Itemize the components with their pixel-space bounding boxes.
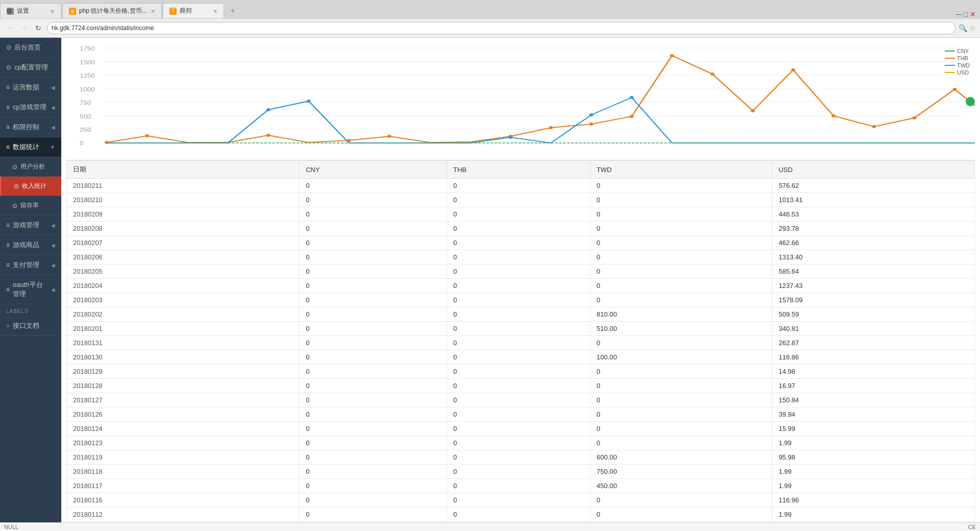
new-tab-button[interactable]: + [225, 3, 240, 18]
tab-settings[interactable]: ⚙ 设置 × [0, 3, 61, 18]
cell-usd: 95.98 [772, 450, 975, 465]
cp-games-arrow: ◀ [51, 105, 55, 110]
sidebar-item-cp-config[interactable]: ⊙ cp配置管理 [0, 58, 61, 78]
chart-container: 1750 1500 1250 1000 750 500 250 0 [66, 43, 975, 160]
tab-php[interactable]: φ php 统计每天价格,货币... × [62, 3, 162, 18]
sidebar-item-permissions[interactable]: ≡ 权限控制 ◀ [0, 117, 61, 137]
header-thb: THB [447, 161, 591, 179]
cell-twd: 0 [590, 493, 772, 508]
table-row: 20180117 0 0 450.00 1.99 [67, 479, 975, 493]
back-button[interactable]: ← [4, 22, 15, 34]
header-twd: TWD [590, 161, 772, 179]
cell-twd: 0 [590, 279, 772, 293]
app-container: ⊙ 后台首页 ⊙ cp配置管理 ≡ 运营数据 ◀ ≡ cp游戏管理 ◀ ≡ 权限… [0, 38, 980, 522]
minimize-button[interactable]: ─ [957, 10, 962, 18]
data-stats-icon: ≡ [6, 143, 10, 151]
cell-usd: 15.99 [772, 422, 975, 436]
sidebar-item-api-docs-label: 接口文档 [13, 321, 39, 330]
income-stats-icon: ⊙ [14, 183, 19, 190]
sidebar-item-income-stats[interactable]: ⊙ 收入统计 [0, 177, 61, 196]
sidebar-item-data-stats[interactable]: ≡ 数据统计 ▼ [0, 137, 61, 157]
sidebar-item-cp-games[interactable]: ≡ cp游戏管理 ◀ [0, 98, 61, 117]
cell-cny: 0 [300, 436, 447, 450]
svg-text:250: 250 [80, 127, 91, 133]
cell-thb: 0 [447, 307, 591, 322]
svg-point-32 [952, 88, 957, 91]
cell-date: 20180112 [67, 508, 300, 522]
legend-line-thb [945, 58, 955, 59]
tab-close-settings[interactable]: × [46, 7, 55, 15]
table-row: 20180127 0 0 0 150.84 [67, 393, 975, 407]
sidebar-item-api-docs[interactable]: ○ 接口文档 [0, 316, 61, 336]
tab-icon-php: φ [69, 8, 76, 15]
cell-date: 20180128 [67, 379, 300, 393]
tab-label-settings: 设置 [17, 7, 29, 15]
url-input[interactable] [47, 22, 955, 34]
cell-usd: 39.94 [772, 407, 975, 422]
reload-button[interactable]: ↻ [33, 22, 44, 34]
sidebar-item-retention[interactable]: ⊙ 留存率 [0, 196, 61, 215]
star-icon[interactable]: ☆ [969, 24, 976, 32]
cell-cny: 0 [300, 350, 447, 365]
cell-date: 20180207 [67, 236, 300, 250]
cell-twd: 0 [590, 336, 772, 350]
cell-usd: 1.99 [772, 508, 975, 522]
sidebar-item-game-mgmt-label: 游戏管理 [13, 221, 39, 230]
table-row: 20180210 0 0 0 1013.41 [67, 193, 975, 207]
cell-cny: 0 [300, 236, 447, 250]
cell-cny: 0 [300, 450, 447, 465]
tab-shunbang[interactable]: 7 舜邦 × [163, 3, 224, 18]
table-row: 20180131 0 0 0 262.87 [67, 336, 975, 350]
svg-point-22 [549, 126, 553, 129]
table-row: 20180119 0 0 600.00 95.98 [67, 450, 975, 465]
cell-usd: 1.99 [772, 479, 975, 493]
game-mgmt-icon: ≡ [6, 222, 10, 229]
table-row: 20180116 0 0 0 116.96 [67, 493, 975, 508]
maximize-button[interactable]: □ [964, 10, 968, 18]
sidebar-item-oauth-label: oauth平台管理 [13, 280, 48, 299]
permissions-arrow: ◀ [51, 125, 55, 130]
svg-text:750: 750 [80, 100, 91, 106]
cell-twd: 510.00 [590, 322, 772, 336]
cell-thb: 0 [447, 250, 591, 264]
cell-date: 20180127 [67, 393, 300, 407]
sidebar-item-payment-mgmt-label: 支付管理 [13, 260, 39, 270]
sidebar-item-operations[interactable]: ≡ 运营数据 ◀ [0, 78, 61, 98]
table-row: 20180201 0 0 510.00 340.81 [67, 322, 975, 336]
payment-mgmt-icon: ≡ [6, 261, 10, 269]
legend-label-usd: USD [957, 69, 969, 76]
svg-text:1750: 1750 [80, 46, 95, 52]
cell-usd: 462.66 [772, 236, 975, 250]
close-button[interactable]: ✕ [970, 10, 976, 18]
user-analysis-icon: ⊙ [12, 163, 17, 171]
sidebar-item-game-products[interactable]: ≡ 游戏商品 ◀ [0, 235, 61, 255]
sidebar-item-user-analysis[interactable]: ⊙ 用户分析 [0, 157, 61, 177]
sidebar-item-user-analysis-label: 用户分析 [20, 162, 45, 171]
sidebar-item-oauth[interactable]: ≡ oauth平台管理 ◀ [0, 275, 61, 304]
tab-close-php[interactable]: × [147, 7, 155, 15]
sidebar-item-game-mgmt[interactable]: ≡ 游戏管理 ◀ [0, 215, 61, 235]
cell-thb: 0 [447, 422, 591, 436]
sidebar-item-dashboard[interactable]: ⊙ 后台首页 [0, 38, 61, 58]
cell-date: 20180119 [67, 450, 300, 465]
cell-usd: 1313.40 [772, 250, 975, 264]
tab-close-shunbang[interactable]: × [209, 7, 217, 15]
cell-date: 20180209 [67, 207, 300, 222]
forward-button[interactable]: → [18, 22, 30, 34]
legend-line-usd [945, 72, 955, 73]
cell-usd: 150.84 [772, 393, 975, 407]
cell-twd: 0 [590, 236, 772, 250]
browser-chrome: ⚙ 设置 × φ php 统计每天价格,货币... × 7 舜邦 × + ─ □… [0, 0, 980, 38]
sidebar-item-data-stats-label: 数据统计 [13, 142, 39, 152]
table-row: 20180130 0 0 100.00 116.86 [67, 350, 975, 365]
legend-line-cny [945, 51, 955, 52]
table-row: 20180124 0 0 0 15.99 [67, 422, 975, 436]
sidebar-item-payment-mgmt[interactable]: ≡ 支付管理 ◀ [0, 255, 61, 275]
cell-usd: 1578.09 [772, 293, 975, 307]
search-icon[interactable]: 🔍 [959, 24, 967, 32]
cell-twd: 0 [590, 407, 772, 422]
cell-cny: 0 [300, 422, 447, 436]
cell-thb: 0 [447, 222, 591, 236]
sidebar-item-permissions-label: 权限控制 [13, 123, 39, 132]
svg-text:1000: 1000 [80, 87, 95, 92]
